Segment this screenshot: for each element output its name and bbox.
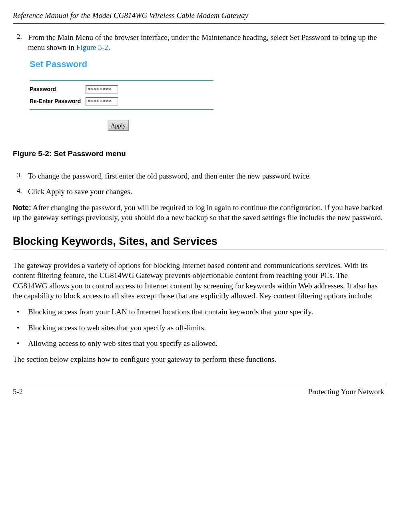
section-outro: The section below explains how to config… xyxy=(13,354,384,365)
step-number: 2. xyxy=(17,32,28,53)
page-footer: 5-2 Protecting Your Network xyxy=(13,384,384,397)
bullet-dot: • xyxy=(17,323,28,333)
figure-link[interactable]: Figure 5-2 xyxy=(76,43,108,52)
bullet-1: • Blocking access from your LAN to Inter… xyxy=(17,307,384,317)
bullet-3: • Allowing access to only web sites that… xyxy=(17,338,384,349)
page-header: Reference Manual for the Model CG814WG W… xyxy=(13,10,384,24)
divider-bottom xyxy=(30,109,213,110)
figure-block: Set Password Password ******** Re-Enter … xyxy=(30,58,384,131)
password-label: Password xyxy=(30,85,86,93)
reenter-password-row: Re-Enter Password ******** xyxy=(30,97,384,106)
bullet-text: Blocking access to web sites that you sp… xyxy=(28,323,384,333)
step-text: To change the password, first enter the … xyxy=(28,171,384,181)
note-text: After changing the password, you will be… xyxy=(13,203,383,222)
apply-button[interactable]: Apply xyxy=(108,120,129,131)
divider-top xyxy=(30,80,213,81)
password-input[interactable]: ******** xyxy=(86,85,118,94)
footer-chapter-title: Protecting Your Network xyxy=(308,387,384,397)
step2-text-after: . xyxy=(108,43,110,52)
section-rule xyxy=(13,250,384,250)
reenter-password-label: Re-Enter Password xyxy=(30,97,86,105)
figure-title: Set Password xyxy=(30,58,384,70)
bullet-2: • Blocking access to web sites that you … xyxy=(17,323,384,333)
step-text: Click Apply to save your changes. xyxy=(28,187,384,197)
note-label: Note: xyxy=(13,204,31,212)
step-4: 4. Click Apply to save your changes. xyxy=(17,187,384,197)
step-2: 2. From the Main Menu of the browser int… xyxy=(17,32,384,53)
bullet-dot: • xyxy=(17,338,28,349)
section-heading: Blocking Keywords, Sites, and Services xyxy=(13,234,384,248)
bullet-dot: • xyxy=(17,307,28,317)
step-number: 3. xyxy=(17,171,28,181)
section-intro: The gateway provides a variety of option… xyxy=(13,260,384,302)
step-text: From the Main Menu of the browser interf… xyxy=(28,32,384,53)
footer-page-number: 5-2 xyxy=(13,387,23,397)
bullet-text: Blocking access from your LAN to Interne… xyxy=(28,307,384,317)
step-number: 4. xyxy=(17,187,28,197)
reenter-password-input[interactable]: ******** xyxy=(86,97,118,106)
bullet-text: Allowing access to only web sites that y… xyxy=(28,338,384,349)
password-row: Password ******** xyxy=(30,85,384,94)
figure-caption: Figure 5-2: Set Password menu xyxy=(13,149,384,159)
step-3: 3. To change the password, first enter t… xyxy=(17,171,384,181)
note-paragraph: Note: After changing the password, you w… xyxy=(13,202,384,223)
